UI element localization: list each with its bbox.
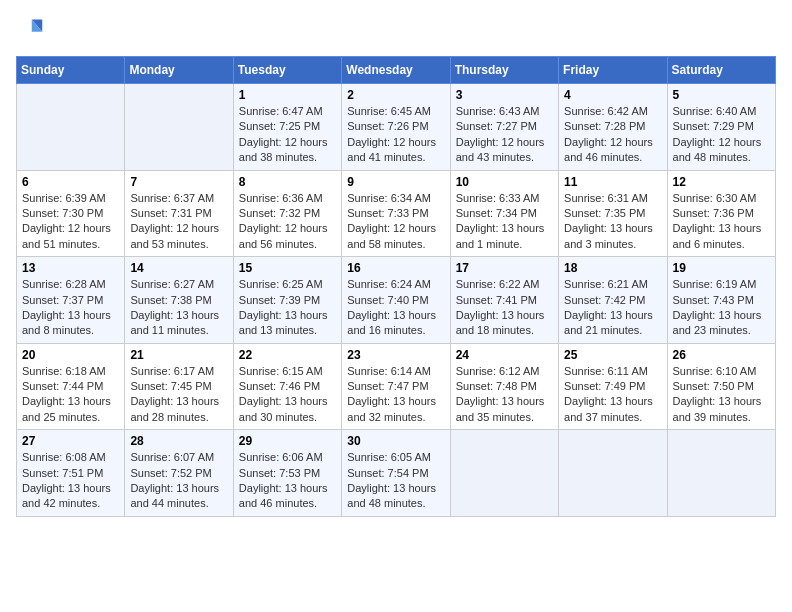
calendar-week-row: 20Sunrise: 6:18 AMSunset: 7:44 PMDayligh…	[17, 343, 776, 430]
day-number: 21	[130, 348, 227, 362]
calendar-cell: 13Sunrise: 6:28 AMSunset: 7:37 PMDayligh…	[17, 257, 125, 344]
calendar-cell: 3Sunrise: 6:43 AMSunset: 7:27 PMDaylight…	[450, 84, 558, 171]
calendar-cell	[450, 430, 558, 517]
day-number: 30	[347, 434, 444, 448]
day-info: Sunrise: 6:17 AMSunset: 7:45 PMDaylight:…	[130, 364, 227, 426]
day-info: Sunrise: 6:25 AMSunset: 7:39 PMDaylight:…	[239, 277, 336, 339]
day-info: Sunrise: 6:28 AMSunset: 7:37 PMDaylight:…	[22, 277, 119, 339]
day-info: Sunrise: 6:34 AMSunset: 7:33 PMDaylight:…	[347, 191, 444, 253]
daylight-hours: Daylight: 13 hours and 32 minutes.	[347, 395, 436, 422]
sunset-time: Sunset: 7:32 PM	[239, 207, 320, 219]
sunset-time: Sunset: 7:44 PM	[22, 380, 103, 392]
sunrise-time: Sunrise: 6:43 AM	[456, 105, 540, 117]
sunrise-time: Sunrise: 6:05 AM	[347, 451, 431, 463]
sunset-time: Sunset: 7:26 PM	[347, 120, 428, 132]
day-number: 29	[239, 434, 336, 448]
sunset-time: Sunset: 7:30 PM	[22, 207, 103, 219]
day-number: 7	[130, 175, 227, 189]
daylight-hours: Daylight: 13 hours and 28 minutes.	[130, 395, 219, 422]
day-info: Sunrise: 6:31 AMSunset: 7:35 PMDaylight:…	[564, 191, 661, 253]
day-info: Sunrise: 6:19 AMSunset: 7:43 PMDaylight:…	[673, 277, 770, 339]
day-info: Sunrise: 6:06 AMSunset: 7:53 PMDaylight:…	[239, 450, 336, 512]
daylight-hours: Daylight: 13 hours and 39 minutes.	[673, 395, 762, 422]
calendar-cell: 1Sunrise: 6:47 AMSunset: 7:25 PMDaylight…	[233, 84, 341, 171]
calendar-week-row: 1Sunrise: 6:47 AMSunset: 7:25 PMDaylight…	[17, 84, 776, 171]
sunrise-time: Sunrise: 6:06 AM	[239, 451, 323, 463]
calendar-table: SundayMondayTuesdayWednesdayThursdayFrid…	[16, 56, 776, 517]
sunset-time: Sunset: 7:43 PM	[673, 294, 754, 306]
calendar-cell: 25Sunrise: 6:11 AMSunset: 7:49 PMDayligh…	[559, 343, 667, 430]
daylight-hours: Daylight: 13 hours and 18 minutes.	[456, 309, 545, 336]
sunrise-time: Sunrise: 6:42 AM	[564, 105, 648, 117]
day-number: 15	[239, 261, 336, 275]
daylight-hours: Daylight: 12 hours and 46 minutes.	[564, 136, 653, 163]
daylight-hours: Daylight: 13 hours and 8 minutes.	[22, 309, 111, 336]
calendar-cell: 14Sunrise: 6:27 AMSunset: 7:38 PMDayligh…	[125, 257, 233, 344]
sunrise-time: Sunrise: 6:40 AM	[673, 105, 757, 117]
sunrise-time: Sunrise: 6:25 AM	[239, 278, 323, 290]
sunrise-time: Sunrise: 6:36 AM	[239, 192, 323, 204]
day-number: 17	[456, 261, 553, 275]
day-info: Sunrise: 6:27 AMSunset: 7:38 PMDaylight:…	[130, 277, 227, 339]
calendar-cell: 15Sunrise: 6:25 AMSunset: 7:39 PMDayligh…	[233, 257, 341, 344]
day-number: 20	[22, 348, 119, 362]
day-info: Sunrise: 6:36 AMSunset: 7:32 PMDaylight:…	[239, 191, 336, 253]
sunset-time: Sunset: 7:48 PM	[456, 380, 537, 392]
daylight-hours: Daylight: 12 hours and 51 minutes.	[22, 222, 111, 249]
daylight-hours: Daylight: 13 hours and 37 minutes.	[564, 395, 653, 422]
sunrise-time: Sunrise: 6:45 AM	[347, 105, 431, 117]
sunrise-time: Sunrise: 6:27 AM	[130, 278, 214, 290]
sunrise-time: Sunrise: 6:18 AM	[22, 365, 106, 377]
sunset-time: Sunset: 7:42 PM	[564, 294, 645, 306]
day-info: Sunrise: 6:11 AMSunset: 7:49 PMDaylight:…	[564, 364, 661, 426]
calendar-cell: 18Sunrise: 6:21 AMSunset: 7:42 PMDayligh…	[559, 257, 667, 344]
daylight-hours: Daylight: 12 hours and 43 minutes.	[456, 136, 545, 163]
sunset-time: Sunset: 7:41 PM	[456, 294, 537, 306]
calendar-cell: 22Sunrise: 6:15 AMSunset: 7:46 PMDayligh…	[233, 343, 341, 430]
calendar-cell: 11Sunrise: 6:31 AMSunset: 7:35 PMDayligh…	[559, 170, 667, 257]
day-info: Sunrise: 6:07 AMSunset: 7:52 PMDaylight:…	[130, 450, 227, 512]
day-number: 3	[456, 88, 553, 102]
daylight-hours: Daylight: 12 hours and 38 minutes.	[239, 136, 328, 163]
day-info: Sunrise: 6:22 AMSunset: 7:41 PMDaylight:…	[456, 277, 553, 339]
calendar-cell: 4Sunrise: 6:42 AMSunset: 7:28 PMDaylight…	[559, 84, 667, 171]
calendar-cell: 23Sunrise: 6:14 AMSunset: 7:47 PMDayligh…	[342, 343, 450, 430]
daylight-hours: Daylight: 13 hours and 21 minutes.	[564, 309, 653, 336]
sunrise-time: Sunrise: 6:30 AM	[673, 192, 757, 204]
sunrise-time: Sunrise: 6:17 AM	[130, 365, 214, 377]
sunrise-time: Sunrise: 6:33 AM	[456, 192, 540, 204]
day-number: 19	[673, 261, 770, 275]
day-number: 13	[22, 261, 119, 275]
calendar-cell: 28Sunrise: 6:07 AMSunset: 7:52 PMDayligh…	[125, 430, 233, 517]
sunset-time: Sunset: 7:46 PM	[239, 380, 320, 392]
calendar-cell: 20Sunrise: 6:18 AMSunset: 7:44 PMDayligh…	[17, 343, 125, 430]
sunrise-time: Sunrise: 6:24 AM	[347, 278, 431, 290]
sunrise-time: Sunrise: 6:07 AM	[130, 451, 214, 463]
daylight-hours: Daylight: 13 hours and 48 minutes.	[347, 482, 436, 509]
sunset-time: Sunset: 7:36 PM	[673, 207, 754, 219]
sunset-time: Sunset: 7:49 PM	[564, 380, 645, 392]
day-number: 18	[564, 261, 661, 275]
sunset-time: Sunset: 7:52 PM	[130, 467, 211, 479]
daylight-hours: Daylight: 12 hours and 48 minutes.	[673, 136, 762, 163]
sunset-time: Sunset: 7:54 PM	[347, 467, 428, 479]
day-number: 25	[564, 348, 661, 362]
day-number: 23	[347, 348, 444, 362]
calendar-cell: 26Sunrise: 6:10 AMSunset: 7:50 PMDayligh…	[667, 343, 775, 430]
sunset-time: Sunset: 7:25 PM	[239, 120, 320, 132]
day-number: 14	[130, 261, 227, 275]
calendar-cell: 9Sunrise: 6:34 AMSunset: 7:33 PMDaylight…	[342, 170, 450, 257]
day-info: Sunrise: 6:10 AMSunset: 7:50 PMDaylight:…	[673, 364, 770, 426]
daylight-hours: Daylight: 12 hours and 58 minutes.	[347, 222, 436, 249]
sunset-time: Sunset: 7:40 PM	[347, 294, 428, 306]
day-number: 12	[673, 175, 770, 189]
sunset-time: Sunset: 7:47 PM	[347, 380, 428, 392]
day-info: Sunrise: 6:18 AMSunset: 7:44 PMDaylight:…	[22, 364, 119, 426]
calendar-cell	[667, 430, 775, 517]
daylight-hours: Daylight: 13 hours and 13 minutes.	[239, 309, 328, 336]
calendar-cell: 29Sunrise: 6:06 AMSunset: 7:53 PMDayligh…	[233, 430, 341, 517]
sunset-time: Sunset: 7:45 PM	[130, 380, 211, 392]
day-number: 10	[456, 175, 553, 189]
daylight-hours: Daylight: 13 hours and 46 minutes.	[239, 482, 328, 509]
calendar-cell: 17Sunrise: 6:22 AMSunset: 7:41 PMDayligh…	[450, 257, 558, 344]
